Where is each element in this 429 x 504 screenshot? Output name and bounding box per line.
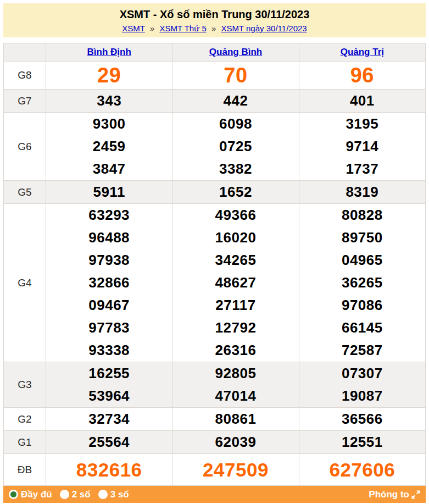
province-link-quang-binh[interactable]: Quảng Bình (209, 47, 262, 57)
prize-numbers-cell: 96 (299, 62, 425, 90)
prize-numbers-cell: 12551 (299, 431, 425, 454)
prize-number: 0725 (172, 135, 298, 158)
prize-number: 63293 (46, 204, 172, 226)
prize-number: 27117 (172, 294, 298, 317)
prize-number: 247509 (172, 454, 298, 485)
digit-filter-label: 3 số (110, 489, 129, 500)
table-row: G6930024593847609807253382319597141737 (4, 113, 426, 181)
prize-numbers-cell: 1652 (172, 181, 299, 204)
prize-number: 80828 (299, 204, 425, 226)
prize-number: 401 (299, 90, 425, 112)
prize-numbers-cell: 8319 (299, 181, 425, 204)
breadcrumb: XSMT » XSMT Thứ 5 » XSMT ngày 30/11/2023 (5, 24, 424, 33)
prize-label: G8 (4, 62, 46, 90)
prize-number: 04965 (299, 249, 425, 272)
prize-number: 6098 (172, 113, 298, 135)
prize-numbers-cell: 627606 (299, 454, 425, 486)
prize-number: 32734 (46, 408, 172, 430)
table-row: G463293964889793832866094679778393338493… (4, 204, 426, 362)
radio-icon[interactable] (98, 490, 108, 499)
prize-number: 97086 (299, 294, 425, 317)
prize-number: 9300 (46, 113, 172, 135)
prize-number: 93338 (46, 339, 172, 362)
prize-numbers-cell: 401 (299, 90, 425, 113)
prize-number: 92805 (172, 362, 298, 385)
prize-label: G5 (4, 181, 46, 204)
prize-number: 32866 (46, 272, 172, 294)
table-row: G5591116528319 (4, 181, 426, 204)
prize-numbers-cell: 63293964889793832866094679778393338 (46, 204, 172, 362)
prize-number: 97938 (46, 249, 172, 272)
table-row: G3162555396492805470140730719087 (4, 362, 426, 408)
prize-number: 72587 (299, 339, 425, 362)
prize-number: 3847 (46, 158, 172, 180)
prize-numbers-cell: 32734 (46, 408, 172, 431)
results-table: Bình Định Quảng Bình Quảng Trị G8297096G… (3, 43, 426, 486)
display-options-bar: Đầy đủ2 số3 số Phóng to (3, 486, 426, 503)
prize-numbers-cell: 343 (46, 90, 172, 113)
prize-numbers-cell: 609807253382 (172, 113, 299, 181)
prize-number: 36566 (299, 408, 425, 430)
prize-number: 53964 (46, 385, 172, 407)
prize-label: G4 (4, 204, 46, 362)
table-row: G8297096 (4, 62, 426, 90)
prize-number: 1737 (299, 158, 425, 180)
table-header-row: Bình Định Quảng Bình Quảng Trị (4, 43, 426, 62)
prize-number: 12551 (299, 431, 425, 453)
province-link-binh-dinh[interactable]: Bình Định (87, 47, 131, 57)
prize-numbers-cell: 247509 (172, 454, 299, 486)
prize-numbers-cell: 80828897500496536265970866614572587 (299, 204, 425, 362)
prize-number: 16020 (172, 226, 298, 249)
radio-selected-icon[interactable] (9, 490, 18, 499)
digit-filter-label: 2 số (72, 489, 91, 500)
prize-number: 89750 (299, 226, 425, 249)
prize-numbers-cell: 49366160203426548627271171279226316 (172, 204, 299, 362)
radio-icon[interactable] (60, 490, 69, 499)
prize-number: 47014 (172, 385, 298, 407)
prize-number: 34265 (172, 249, 298, 272)
prize-label: G2 (4, 408, 46, 431)
prize-number: 343 (46, 90, 172, 112)
prize-label: G3 (4, 362, 46, 408)
breadcrumb-link-xsmt-ngay[interactable]: XSMT ngày 30/11/2023 (221, 24, 307, 33)
digit-filter-label: Đầy đủ (21, 489, 52, 500)
prize-number: 9714 (299, 135, 425, 158)
prize-numbers-cell: 36566 (299, 408, 425, 431)
prize-numbers-cell: 29 (46, 62, 172, 90)
zoom-button[interactable]: Phóng to (369, 489, 421, 500)
digit-filter-option[interactable]: Đầy đủ (9, 489, 52, 500)
digit-filter-option[interactable]: 3 số (98, 489, 129, 500)
digit-filter-option[interactable]: 2 số (60, 489, 91, 500)
prize-numbers-cell: 70 (172, 62, 299, 90)
table-row: G7343442401 (4, 90, 426, 113)
breadcrumb-link-xsmt-thu-5[interactable]: XSMT Thứ 5 (159, 24, 206, 33)
prize-number: 1652 (172, 181, 298, 203)
table-row: ĐB832616247509627606 (4, 454, 426, 486)
prize-label: G7 (4, 90, 46, 113)
prize-number: 07307 (299, 362, 425, 385)
prize-number: 16255 (46, 362, 172, 385)
prize-number: 70 (172, 62, 298, 89)
prize-number: 5911 (46, 181, 172, 203)
prize-numbers-cell: 25564 (46, 431, 172, 454)
table-row: G1255646203912551 (4, 431, 426, 454)
prize-number: 25564 (46, 431, 172, 453)
prize-number: 442 (172, 90, 298, 112)
prize-number: 96488 (46, 226, 172, 249)
prize-number: 29 (46, 62, 172, 89)
prize-numbers-cell: 442 (172, 90, 299, 113)
table-row: G2327348086136566 (4, 408, 426, 431)
prize-number: 80861 (172, 408, 298, 430)
prize-numbers-cell: 832616 (46, 454, 172, 486)
column-header-binh-dinh: Bình Định (46, 43, 172, 62)
corner-cell (4, 43, 46, 62)
prize-number: 19087 (299, 385, 425, 407)
breadcrumb-separator: » (211, 24, 216, 33)
prize-numbers-cell: 9280547014 (172, 362, 299, 408)
breadcrumb-link-xsmt[interactable]: XSMT (122, 24, 144, 33)
province-link-quang-tri[interactable]: Quảng Trị (341, 47, 384, 57)
prize-number: 48627 (172, 272, 298, 294)
zoom-label: Phóng to (369, 489, 409, 500)
prize-numbers-cell: 80861 (172, 408, 299, 431)
prize-numbers-cell: 0730719087 (299, 362, 425, 408)
